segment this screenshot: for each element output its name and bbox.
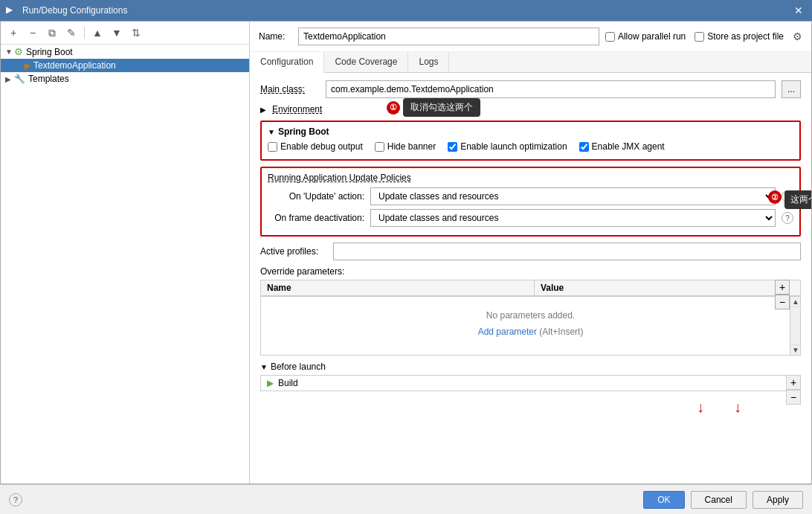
- hide-banner-label[interactable]: Hide banner: [375, 141, 436, 152]
- springboot-icon: ⚙: [14, 46, 23, 57]
- update-policies-title: Running Application Update Policies: [268, 173, 793, 183]
- on-frame-label: On frame deactivation:: [268, 213, 364, 223]
- ok-button[interactable]: OK: [643, 491, 684, 509]
- before-launch-section: ▼ Before launch ▶ Build + −: [260, 362, 801, 391]
- on-update-label: On 'Update' action:: [268, 191, 364, 202]
- arrow-ok-indicator: ↓: [697, 399, 704, 416]
- gear-icon[interactable]: ⚙: [793, 30, 802, 42]
- add-param-button[interactable]: +: [775, 280, 790, 295]
- on-update-select[interactable]: Update classes and resourcesUpdate class…: [370, 187, 776, 205]
- tree-arrow-templates: ▶: [5, 75, 14, 83]
- dialog-title: Run/Debug Configurations: [22, 5, 791, 16]
- on-update-row: On 'Update' action: Update classes and r…: [268, 187, 793, 205]
- tab-code-coverage[interactable]: Code Coverage: [324, 52, 408, 72]
- browse-main-class-button[interactable]: ...: [782, 80, 801, 98]
- before-launch-header: ▼ Before launch: [260, 362, 801, 372]
- spring-boot-section: ▼ Spring Boot Enable debug output Hide b…: [260, 121, 801, 161]
- spring-arrow[interactable]: ▼: [268, 128, 275, 136]
- tree-label-springboot: Spring Boot: [26, 47, 73, 57]
- before-launch-arrow[interactable]: ▼: [260, 363, 268, 371]
- sort-button[interactable]: ⇅: [128, 25, 144, 41]
- scroll-down-arrow[interactable]: ▼: [790, 344, 801, 355]
- cancel-button[interactable]: Cancel: [691, 491, 747, 509]
- before-launch-wrapper: ▶ Build + −: [260, 375, 801, 391]
- annotation-bubble-2: 这两个改为这个: [784, 190, 811, 209]
- copy-config-button[interactable]: ⧉: [44, 25, 60, 41]
- on-frame-row: On frame deactivation: Update classes an…: [268, 209, 793, 227]
- templates-icon: 🔧: [14, 74, 25, 84]
- store-as-project-checkbox[interactable]: [695, 32, 704, 42]
- apply-button[interactable]: Apply: [753, 491, 803, 509]
- active-profiles-input[interactable]: [333, 242, 801, 260]
- main-class-row: Main class: ...: [260, 80, 801, 98]
- spring-boot-title: ▼ Spring Boot: [268, 126, 793, 137]
- override-table: Name Value: [260, 280, 801, 296]
- build-label: Build: [278, 378, 298, 388]
- environment-label: Environment: [272, 104, 332, 115]
- before-launch-add-button[interactable]: +: [786, 375, 801, 390]
- scroll-up-arrow[interactable]: ▲: [790, 297, 801, 307]
- table-scrollbar[interactable]: ▲ ▼: [790, 297, 800, 355]
- name-row: Name: Allow parallel run Store as projec…: [250, 22, 811, 52]
- arrow-apply-indicator: ↓: [734, 399, 741, 416]
- left-panel: + − ⧉ ✎ ▲ ▼ ⇅ ▼ ⚙ Spring Boot ▶ Textdemo…: [1, 22, 250, 484]
- tree-item-templates[interactable]: ▶ 🔧 Templates: [1, 72, 249, 86]
- before-launch-label: Before launch: [271, 362, 326, 372]
- override-params-section: Override parameters: Name Value No param…: [260, 266, 801, 356]
- build-row: ▶ Build: [260, 375, 801, 391]
- enable-debug-label[interactable]: Enable debug output: [268, 141, 363, 152]
- remove-config-button[interactable]: −: [25, 25, 41, 41]
- allow-parallel-checkbox[interactable]: [605, 32, 615, 42]
- add-param-shortcut: (Alt+Insert): [539, 327, 583, 337]
- tab-configuration[interactable]: Configuration: [250, 52, 324, 73]
- annotation-circle-2: ②: [768, 190, 782, 204]
- close-button[interactable]: ✕: [791, 3, 806, 18]
- bottom-left: ?: [9, 493, 22, 507]
- config-toolbar: + − ⧉ ✎ ▲ ▼ ⇅: [1, 22, 249, 45]
- edit-config-button[interactable]: ✎: [63, 25, 80, 41]
- annotation-circle-1: ①: [387, 101, 400, 115]
- enable-launch-label[interactable]: Enable launch optimization: [448, 141, 567, 152]
- enable-launch-checkbox[interactable]: [448, 142, 457, 152]
- scroll-track[interactable]: [790, 307, 800, 344]
- table-col-name: Name: [261, 280, 535, 296]
- tree-item-textdemo[interactable]: ▶ TextdemoApplication: [1, 59, 249, 72]
- active-profiles-row: Active profiles:: [260, 242, 801, 260]
- add-param-link[interactable]: Add parameter: [478, 327, 537, 337]
- env-arrow[interactable]: ▶: [260, 106, 266, 114]
- annotation-group-2: ② 这两个改为这个: [768, 190, 811, 209]
- help-button[interactable]: ?: [9, 493, 22, 507]
- name-label: Name:: [259, 31, 292, 42]
- on-frame-help-icon[interactable]: ?: [782, 212, 793, 224]
- before-launch-remove-button[interactable]: −: [786, 390, 801, 405]
- environment-row: ▶ Environment ① 取消勾选这两个: [260, 104, 801, 115]
- update-policies-section: Running Application Update Policies On '…: [260, 167, 801, 237]
- move-down-button[interactable]: ▼: [109, 25, 125, 41]
- tab-logs[interactable]: Logs: [408, 52, 449, 72]
- main-class-input[interactable]: [326, 80, 776, 98]
- tree-arrow-springboot: ▼: [5, 48, 14, 56]
- on-frame-select[interactable]: Update classes and resourcesUpdate class…: [370, 209, 776, 227]
- main-class-label: Main class:: [260, 84, 320, 94]
- enable-debug-checkbox[interactable]: [268, 142, 277, 152]
- store-as-project-label[interactable]: Store as project file: [695, 31, 784, 42]
- run-debug-icon: ▶: [6, 4, 18, 16]
- tree-label-templates: Templates: [28, 74, 69, 84]
- name-input[interactable]: [298, 28, 599, 45]
- toolbar-separator: [84, 27, 85, 39]
- remove-param-button[interactable]: −: [775, 295, 790, 309]
- hide-banner-checkbox[interactable]: [375, 142, 384, 152]
- enable-jmx-label[interactable]: Enable JMX agent: [579, 141, 665, 152]
- annotation-group-1: ① 取消勾选这两个: [387, 98, 480, 117]
- add-config-button[interactable]: +: [5, 25, 22, 41]
- config-content: Main class: ... ▶ Environment ① 取消勾选这两个 …: [250, 73, 811, 423]
- move-up-button[interactable]: ▲: [89, 25, 106, 41]
- run-config-icon: ▶: [25, 61, 30, 71]
- allow-parallel-label[interactable]: Allow parallel run: [605, 31, 686, 42]
- table-col-value: Value: [534, 280, 800, 296]
- table-wrapper: Name Value No parameters added. Add para…: [260, 280, 801, 356]
- spring-boot-options-row: Enable debug output Hide banner Enable l…: [268, 141, 793, 152]
- enable-jmx-checkbox[interactable]: [579, 142, 589, 152]
- override-params-label: Override parameters:: [260, 266, 801, 277]
- tree-item-springboot[interactable]: ▼ ⚙ Spring Boot: [1, 45, 249, 59]
